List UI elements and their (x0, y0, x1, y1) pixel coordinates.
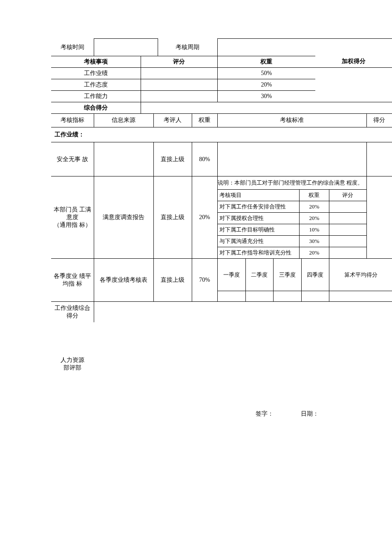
date-label: 日期： (301, 410, 319, 418)
detail-header-table: 考核指标 信息来源 考评人 权重 考核标准 得分 (51, 114, 392, 128)
inner-item-3: 与下属沟通充分性 (218, 236, 300, 247)
inner-w-3: 30% (299, 236, 329, 247)
inner-item-2: 对下属工作目标明确性 (218, 224, 300, 236)
col-weight: 权重 (217, 56, 315, 67)
col-weighted: 加权得分 (315, 56, 392, 67)
time-label: 考核时间 (51, 39, 94, 56)
score-1[interactable] (141, 79, 217, 90)
inner-s-3[interactable] (329, 236, 366, 247)
qavg-v[interactable] (329, 291, 392, 301)
dh-standard: 考核标准 (217, 114, 366, 127)
col-score: 评分 (141, 56, 217, 67)
item-2: 工作能力 (51, 90, 141, 102)
sat-metric: 本部门员 工满意度 （通用指 标） (51, 176, 94, 259)
item-0: 工作业绩 (51, 67, 141, 79)
weighted-2[interactable] (315, 90, 392, 102)
safety-evaluator: 直接上级 (153, 142, 192, 176)
sat-evaluator: 直接上级 (153, 176, 192, 259)
hr-review-label: 人力资源部评部 (60, 356, 392, 372)
sign-label: 签字： (256, 410, 274, 418)
inner-s-4[interactable] (329, 247, 366, 259)
total-table: 工作业绩综合得分 (51, 302, 392, 322)
inner-s-2[interactable] (329, 224, 366, 236)
sat-description: 说明：本部门员工对于部门经理管理工作的综合满意 程度。 (218, 176, 366, 190)
inner-h-weight: 权重 (299, 190, 329, 201)
score-0[interactable] (141, 67, 217, 79)
sat-weight: 20% (192, 176, 217, 259)
q4-h: 四季度 (301, 259, 329, 291)
inner-w-2: 10% (299, 224, 329, 236)
q3-v[interactable] (274, 291, 302, 301)
col-item: 考核事项 (51, 56, 141, 67)
q-metric: 各季度业 绩平均指 标 (51, 259, 94, 302)
qavg-h: 算术平均得分 (329, 259, 392, 291)
cycle-label: 考核周期 (158, 39, 217, 56)
inner-s-1[interactable] (329, 213, 366, 224)
inner-w-0: 20% (299, 201, 329, 213)
inner-item-4: 对下属工作指导和培训充分性 (218, 247, 300, 259)
q-weight: 70% (192, 259, 217, 302)
inner-item-0: 对下属工作任务安排合理性 (218, 201, 300, 213)
q2-h: 二季度 (245, 259, 274, 291)
sat-source: 满意度调查报告 (94, 176, 153, 259)
safety-metric: 安全无事 故 (51, 142, 94, 176)
weighted-1[interactable] (315, 79, 392, 90)
inner-item-1: 对下属授权合理性 (218, 213, 300, 224)
total-value[interactable] (141, 102, 392, 113)
inner-w-1: 20% (299, 213, 329, 224)
q2-v[interactable] (245, 291, 274, 301)
safety-score[interactable] (366, 142, 392, 176)
safety-weight: 80% (192, 142, 217, 176)
total-row-label: 工作业绩综合得分 (51, 302, 94, 322)
header-table: 考核时间 考核周期 (51, 38, 392, 56)
q1-h: 一季度 (218, 259, 246, 291)
total-label: 综合得分 (51, 102, 141, 113)
cycle-value[interactable] (217, 39, 392, 56)
dh-score: 得分 (366, 114, 392, 127)
q3-h: 三季度 (274, 259, 302, 291)
q-source: 各季度业绩考核表 (94, 259, 153, 302)
time-value[interactable] (94, 39, 158, 56)
safety-standard[interactable] (217, 142, 366, 176)
total-row-value[interactable] (94, 302, 392, 322)
detail-table: 安全无事 故 直接上级 80% 本部门员 工满意度 （通用指 标） 满意度调查报… (51, 142, 392, 302)
dh-evaluator: 考评人 (153, 114, 192, 127)
summary-table: 考核事项 评分 权重 加权得分 工作业绩 50% 工作态度 20% 工作能力 3… (51, 56, 392, 114)
signature-block: 签字： 日期： (256, 410, 392, 418)
q4-v[interactable] (301, 291, 329, 301)
q1-v[interactable] (218, 291, 246, 301)
inner-h-item: 考核项目 (218, 190, 300, 201)
safety-source[interactable] (94, 142, 153, 176)
weighted-0[interactable] (315, 67, 392, 79)
inner-w-4: 20% (299, 247, 329, 259)
item-1: 工作态度 (51, 79, 141, 90)
dh-metric: 考核指标 (51, 114, 94, 127)
score-2[interactable] (141, 90, 217, 102)
inner-s-0[interactable] (329, 201, 366, 213)
weight-1: 20% (217, 79, 315, 90)
dh-source: 信息来源 (94, 114, 153, 127)
weight-2: 30% (217, 90, 315, 102)
sat-standard-block: 说明：本部门员工对于部门经理管理工作的综合满意 程度。 考核项目 权重 评分 对… (217, 176, 366, 259)
section1-title: 工作业绩： (51, 127, 392, 142)
q-evaluator: 直接上级 (153, 259, 192, 302)
sat-score[interactable] (366, 176, 392, 259)
dh-weight: 权重 (192, 114, 217, 127)
inner-h-score: 评分 (329, 190, 366, 201)
weight-0: 50% (217, 67, 315, 79)
